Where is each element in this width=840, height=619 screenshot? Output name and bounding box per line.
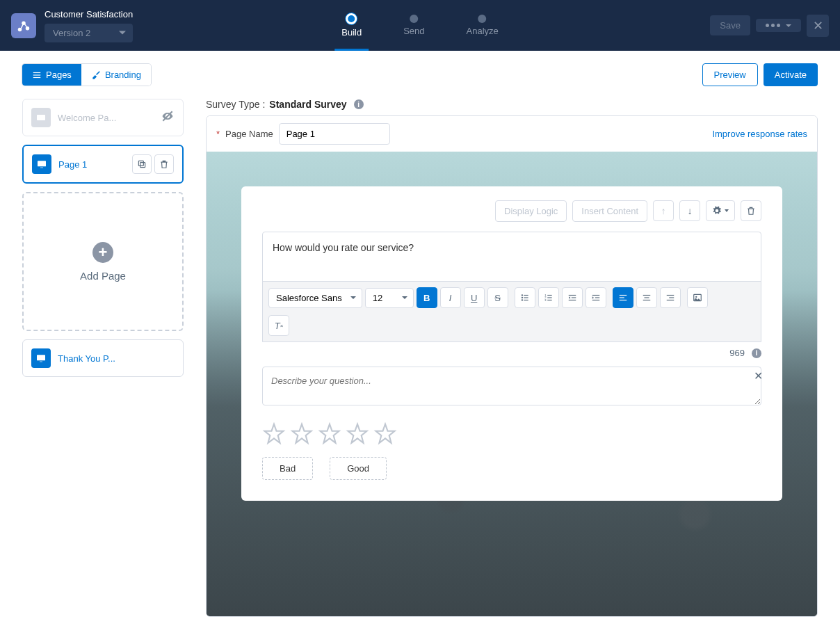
underline-button[interactable]: U — [464, 287, 485, 308]
page-card-page1[interactable]: Page 1 — [22, 145, 184, 184]
question-settings-button[interactable] — [706, 200, 735, 221]
indent-icon — [591, 293, 601, 303]
svg-rect-9 — [40, 168, 43, 168]
move-up-button[interactable]: ↑ — [653, 200, 674, 221]
align-left-button[interactable] — [613, 287, 633, 308]
branding-tab-label: Branding — [105, 70, 141, 80]
description-input[interactable] — [262, 367, 761, 405]
page-name-input[interactable] — [279, 123, 390, 145]
add-page-button[interactable]: + Add Page — [22, 192, 184, 331]
svg-rect-4 — [33, 74, 41, 75]
tab-send[interactable]: Send — [403, 0, 424, 51]
svg-point-16 — [521, 297, 522, 298]
char-count-value: 969 — [729, 348, 745, 358]
image-icon — [693, 293, 702, 303]
canvas-header: * Page Name Improve response rates — [207, 116, 817, 152]
tab-analyze-indicator-icon — [478, 15, 487, 23]
svg-rect-40 — [666, 300, 674, 300]
strikethrough-button[interactable]: S — [487, 287, 508, 308]
preview-button[interactable]: Preview — [702, 63, 758, 86]
svg-rect-28 — [568, 300, 576, 300]
close-button[interactable]: ✕ — [807, 15, 829, 37]
rating-label-good[interactable]: Good — [330, 457, 387, 480]
builder-tabs: Build Send Analyze — [341, 0, 499, 51]
svg-rect-34 — [619, 300, 627, 300]
info-icon[interactable]: i — [752, 348, 761, 358]
gear-icon — [712, 206, 722, 216]
bullet-list-button[interactable] — [515, 287, 535, 308]
tab-send-label: Send — [403, 26, 424, 36]
view-toggle: Pages Branding — [22, 64, 151, 86]
align-right-button[interactable] — [660, 287, 681, 308]
required-indicator: * — [216, 129, 220, 139]
improve-response-link[interactable]: Improve response rates — [712, 129, 807, 139]
hidden-icon[interactable] — [161, 109, 175, 126]
page-name: Page 1 — [58, 159, 125, 170]
star-4[interactable] — [346, 422, 369, 446]
survey-type-label: Survey Type : — [206, 99, 265, 110]
pages-tab-button[interactable]: Pages — [22, 64, 81, 86]
delete-page-button[interactable] — [154, 154, 174, 174]
image-button[interactable] — [687, 287, 708, 308]
canvas-body: Display Logic Insert Content ↑ ↓ How wou… — [207, 152, 817, 616]
branding-tab-button[interactable]: Branding — [81, 64, 151, 86]
insert-content-button[interactable]: Insert Content — [572, 200, 647, 222]
page-icon — [32, 154, 51, 174]
activate-button[interactable]: Activate — [764, 63, 818, 86]
svg-rect-8 — [38, 161, 46, 166]
list-icon — [32, 70, 42, 80]
header-right: Save ✕ — [710, 15, 829, 37]
tab-build[interactable]: Build — [341, 0, 362, 51]
question-text[interactable]: How would you rate our service? — [263, 232, 761, 281]
version-select[interactable]: Version 2 — [45, 24, 133, 42]
bold-button[interactable]: B — [417, 287, 437, 308]
page-icon — [31, 108, 51, 127]
svg-rect-35 — [643, 295, 650, 296]
page-card-welcome[interactable]: Welcome Pa... — [22, 99, 184, 136]
svg-rect-30 — [595, 297, 599, 298]
display-logic-button[interactable]: Display Logic — [495, 200, 567, 222]
remove-description-button[interactable]: ✕ — [754, 369, 763, 383]
star-2[interactable] — [290, 422, 314, 446]
brush-icon — [91, 70, 101, 80]
align-center-icon — [642, 293, 652, 303]
ellipsis-icon — [766, 24, 780, 27]
info-icon[interactable]: i — [354, 99, 364, 109]
font-select[interactable]: Salesforce Sans — [268, 288, 362, 308]
star-1[interactable] — [262, 422, 286, 446]
clear-format-button[interactable]: T× — [268, 315, 289, 336]
question-text-editor: How would you rate our service? Salesfor… — [262, 232, 761, 342]
italic-button[interactable]: I — [440, 287, 461, 308]
star-5[interactable] — [373, 422, 397, 446]
svg-rect-6 — [37, 115, 45, 120]
move-down-button[interactable]: ↓ — [679, 200, 700, 221]
svg-rect-19 — [524, 300, 528, 300]
rating-label-bad[interactable]: Bad — [262, 457, 313, 480]
svg-rect-12 — [37, 355, 45, 360]
pages-tab-label: Pages — [46, 70, 72, 80]
star-3[interactable] — [318, 422, 341, 446]
numbered-list-button[interactable]: 123 — [538, 287, 559, 308]
tab-analyze[interactable]: Analyze — [467, 0, 499, 51]
tab-send-indicator-icon — [410, 15, 418, 23]
canvas-wrap: * Page Name Improve response rates Displ… — [206, 115, 818, 617]
indent-button[interactable] — [585, 287, 606, 308]
header-left: Customer Satisfaction Version 2 — [11, 9, 133, 42]
numbered-list-icon: 123 — [544, 293, 554, 303]
page-name: Welcome Pa... — [58, 113, 154, 123]
page-card-thankyou[interactable]: Thank You P... — [22, 339, 184, 377]
duplicate-page-button[interactable] — [132, 154, 152, 174]
pages-sidebar: Welcome Pa... Page 1 + Add Page Thank Yo… — [22, 99, 184, 617]
font-size-select[interactable]: 12 — [365, 288, 414, 308]
svg-rect-26 — [568, 295, 576, 296]
chevron-down-icon — [725, 209, 729, 212]
more-actions-button[interactable] — [756, 19, 801, 32]
align-center-button[interactable] — [636, 287, 657, 308]
align-right-icon — [665, 293, 675, 303]
content-header: Survey Type : Standard Survey i — [206, 99, 818, 110]
delete-question-button[interactable] — [741, 200, 761, 221]
outdent-button[interactable] — [562, 287, 583, 308]
char-count: 969 i — [262, 348, 761, 358]
save-button[interactable]: Save — [710, 15, 750, 35]
chevron-down-icon — [786, 24, 791, 27]
